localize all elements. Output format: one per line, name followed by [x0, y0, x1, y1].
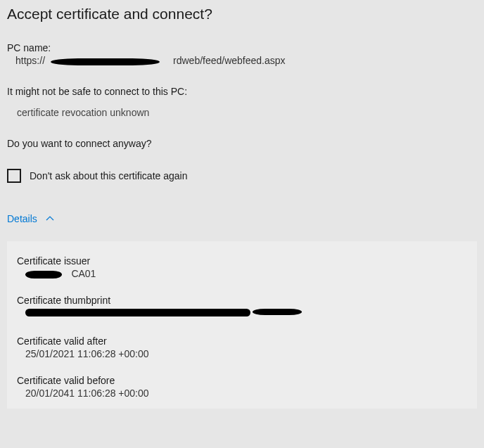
certificate-details-panel: Certificate issuer XXXXXXXCA01 Certifica…	[7, 241, 477, 409]
cert-thumbprint-value	[17, 307, 467, 320]
dont-ask-label: Don't ask about this certificate again	[30, 170, 187, 181]
pc-url-prefix: https://	[15, 55, 45, 66]
cert-valid-before-label: Certificate valid before	[17, 375, 467, 386]
connect-question: Do you want to connect anyway?	[7, 138, 477, 149]
cert-valid-before-value: 20/01/2041 11:06:28 +00:00	[17, 388, 467, 399]
warning-heading: It might not be safe to connect to this …	[7, 86, 477, 97]
certificate-dialog: Accept certificate and connect? PC name:…	[0, 0, 484, 409]
warning-section: It might not be safe to connect to this …	[7, 86, 477, 118]
cert-thumbprint-block: Certificate thumbprint	[17, 295, 467, 320]
dialog-title: Accept certificate and connect?	[7, 6, 477, 23]
redacted-thumbprint-2	[253, 309, 302, 315]
pc-name-label: PC name:	[7, 42, 477, 53]
cert-valid-after-value: 25/01/2021 11:06:28 +00:00	[17, 348, 467, 359]
warning-detail: certificate revocation unknown	[7, 107, 477, 118]
details-label: Details	[7, 213, 37, 224]
redacted-pc-hostname	[51, 58, 160, 65]
dont-ask-checkbox[interactable]	[7, 169, 21, 183]
redacted-thumbprint-1	[25, 309, 250, 316]
cert-valid-before-block: Certificate valid before 20/01/2041 11:0…	[17, 375, 467, 399]
dont-ask-checkbox-row[interactable]: Don't ask about this certificate again	[7, 169, 477, 183]
redacted-issuer	[25, 271, 62, 279]
cert-issuer-label: Certificate issuer	[17, 255, 467, 267]
pc-url-suffix: rdweb/feed/webfeed.aspx	[173, 55, 286, 66]
cert-issuer-block: Certificate issuer XXXXXXXCA01	[17, 255, 467, 279]
cert-issuer-suffix: CA01	[71, 268, 96, 279]
chevron-up-icon	[46, 215, 54, 223]
pc-name-value: https://xxxxxxxxxxxxxxxxxxxxxxxxxxrdweb/…	[7, 55, 477, 66]
cert-issuer-value: XXXXXXXCA01	[17, 268, 467, 279]
cert-thumbprint-label: Certificate thumbprint	[17, 295, 467, 306]
cert-valid-after-label: Certificate valid after	[17, 335, 467, 347]
cert-valid-after-block: Certificate valid after 25/01/2021 11:06…	[17, 335, 467, 359]
details-toggle[interactable]: Details	[7, 213, 54, 224]
